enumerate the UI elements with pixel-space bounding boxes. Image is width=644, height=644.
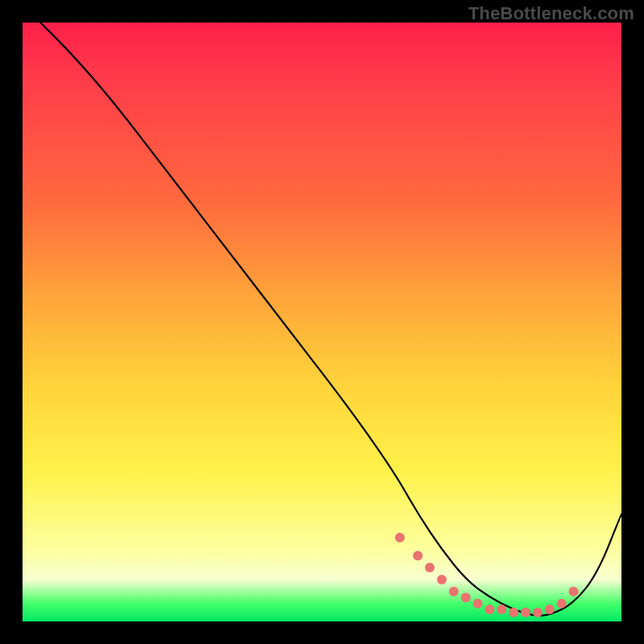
- highlight-dot: [569, 587, 579, 597]
- curve-layer: [23, 23, 621, 621]
- bottleneck-curve: [40, 23, 621, 616]
- highlight-dot: [545, 605, 555, 614]
- highlight-dot: [485, 605, 494, 614]
- chart-stage: TheBottleneck.com: [0, 0, 644, 644]
- watermark-text: TheBottleneck.com: [469, 3, 634, 24]
- highlight-dot: [425, 563, 435, 572]
- highlight-dot: [509, 608, 518, 617]
- highlight-dot: [437, 575, 447, 584]
- highlight-dot: [533, 608, 543, 617]
- highlight-dot: [521, 608, 530, 617]
- highlight-dot: [461, 592, 471, 602]
- highlight-dot: [413, 551, 423, 560]
- highlight-dot: [449, 587, 459, 597]
- highlight-dot: [497, 605, 506, 614]
- highlight-dot: [395, 533, 405, 543]
- highlight-dots: [395, 533, 579, 617]
- highlight-dot: [557, 599, 567, 609]
- plot-area: [23, 23, 621, 621]
- highlight-dot: [473, 599, 482, 609]
